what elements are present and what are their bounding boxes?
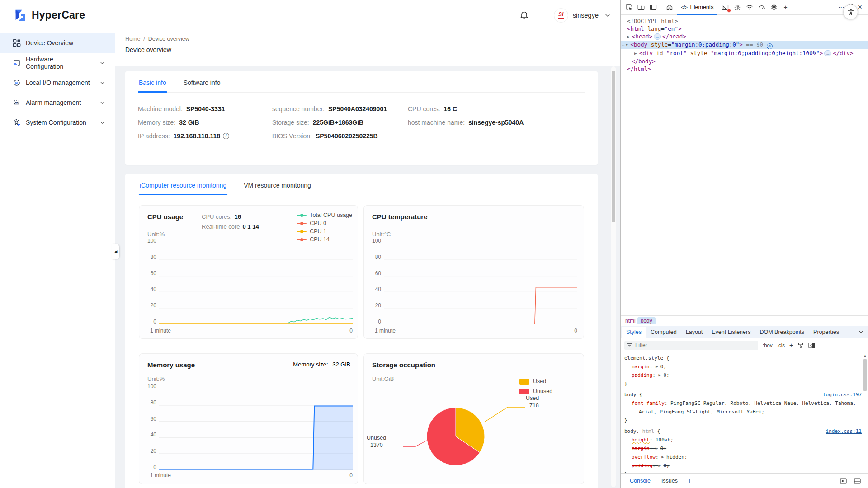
css-rules-panel[interactable]: element.style {margin: ▶ 0;padding: ▶ 0;… [621,352,868,473]
tab-computed[interactable]: Computed [646,327,681,338]
add-tab-button[interactable]: + [780,4,791,11]
sidebar-collapse-handle[interactable]: ◀ [112,244,119,259]
css-rule-line[interactable]: } [621,470,868,473]
notification-bell-icon[interactable] [519,9,530,21]
inspect-element-icon[interactable] [623,1,635,13]
dom-node-line[interactable]: </body> [621,57,868,65]
stylesheet-link[interactable]: index.css:11 [826,427,862,436]
home-tab-icon[interactable] [663,1,675,13]
css-rule-line[interactable]: overflow: ▶ hidden; [621,453,868,461]
sidebar-item-local-io-management[interactable]: IO Local I/O management [0,73,115,93]
computed-sidebar-toggle-icon[interactable] [808,343,815,348]
alarm-icon [13,99,21,107]
drawer-dock-icon[interactable] [837,475,849,487]
dom-tree[interactable]: <!DOCTYPE html><html lang="en">▶ <head>…… [621,15,868,315]
legend-item-cpu14[interactable]: CPU 14 [297,236,352,243]
content-scrollbar[interactable] [611,66,616,487]
legend-item-total-cpu[interactable]: Total CPU usage [297,212,352,218]
css-rule-line[interactable]: Arial, PingFang SC-Light, Microsoft YaHe… [621,408,868,416]
sidebar-item-hardware-configuration[interactable]: Hardware Configuration [0,53,115,73]
debugger-bug-icon[interactable] [731,1,744,13]
memory-chip-icon[interactable] [768,1,780,13]
css-rule-line[interactable]: height: 100vh; [621,436,868,444]
drawer-expand-icon[interactable] [851,475,863,487]
sidebar-item-label: Alarm management [26,99,81,106]
scrollbar-thumb[interactable] [612,71,615,222]
css-rule-line[interactable]: padding: ▶ 0; [621,371,868,380]
io-refresh-icon: IO [13,79,21,87]
chevron-down-icon [100,61,105,65]
dom-node-line[interactable]: </html> [621,65,868,73]
console-tab-icon[interactable] [719,1,731,13]
css-rule-line[interactable]: } [621,416,868,425]
legend-item-unused[interactable]: Unused [519,388,552,394]
dom-node-line[interactable]: ▶ <div id="root" style="margin:0;padding… [621,49,868,57]
scrollbar-thumb[interactable] [863,359,867,391]
dom-node-line[interactable]: <!DOCTYPE html> [621,17,868,25]
breadcrumb-node-body[interactable]: body [637,317,656,324]
main-content: Home / Device overview Device overview B… [115,30,620,488]
tab-event-listeners[interactable]: Event Listeners [707,327,755,338]
performance-gauge-icon[interactable] [756,1,768,13]
dom-node-line[interactable]: ▶ <head>…</head> [621,33,868,41]
tab-vm-resource-monitoring[interactable]: VM resource monitoring [243,182,312,195]
tabs-overflow-chevron-icon[interactable] [859,330,863,333]
user-avatar[interactable]: Sl [554,8,568,23]
stylesheet-link[interactable]: login.css:197 [823,390,862,399]
styles-scrollbar[interactable]: ▲ [863,354,868,473]
toggle-hover-state-button[interactable]: :hov [763,343,773,348]
console-error-badge [727,9,731,13]
basic-info-tabs: Basic info Software info [138,71,585,93]
basic-info-card: Basic info Software info Machine model:S… [125,71,598,165]
tab-dom-breakpoints[interactable]: DOM Breakpoints [755,327,809,338]
css-rule-line[interactable]: index.css:11body, html { [621,426,868,436]
devtools-toolbar: </> Elements [621,0,868,15]
breadcrumb-separator: / [143,36,145,42]
device-emulation-icon[interactable] [635,1,647,13]
tab-properties[interactable]: Properties [809,327,844,338]
accessibility-button[interactable] [843,5,858,19]
dom-node-line[interactable]: <html lang="en"> [621,25,868,33]
legend-item-cpu1[interactable]: CPU 1 [297,228,352,235]
drawer-tab-console[interactable]: Console [625,475,655,487]
css-rule-line[interactable]: padding: ▶ 0; [621,461,868,470]
drawer-add-tab-button[interactable]: + [684,477,695,484]
css-rule-line[interactable]: margin: ▶ 0; [621,362,868,371]
sidebar-item-alarm-management[interactable]: Alarm management [0,93,115,113]
dom-node-line[interactable]: ⋯▼ <body style="margin:0;padding:0"> == … [621,41,868,49]
y-tick-label: 80 [151,400,156,405]
paintbrush-icon[interactable] [797,342,804,348]
user-menu-chevron-icon[interactable] [605,14,610,17]
css-rule-line[interactable]: login.css:197body { [621,389,868,399]
tab-elements[interactable]: </> Elements [675,0,719,15]
chart-unit: Unit:% [147,231,165,238]
css-rule-line[interactable]: font-family: PingFangSC-Regular, Roboto,… [621,399,868,408]
css-rule-line[interactable]: } [621,380,868,388]
toggle-class-button[interactable]: .cls [777,343,785,348]
scrollbar-up-arrow[interactable]: ▲ [863,354,868,358]
tab-basic-info[interactable]: Basic info [138,79,167,92]
tab-styles[interactable]: Styles [622,327,646,338]
breadcrumb-home[interactable]: Home [125,36,140,42]
legend-item-cpu0[interactable]: CPU 0 [297,220,352,226]
new-style-rule-button[interactable]: + [789,342,793,349]
css-rule-line[interactable]: element.style { [621,354,868,362]
tab-icomputer-resource-monitoring[interactable]: iComputer resource monitoring [139,182,227,195]
legend-item-used[interactable]: Used [519,378,552,385]
sidebar-item-device-overview[interactable]: Device Overview [0,33,115,53]
drawer-tab-issues[interactable]: Issues [657,475,682,487]
tab-layout[interactable]: Layout [681,327,708,338]
sidebar-item-system-configuration[interactable]: System Configuration [0,113,115,132]
field-memory-size: Memory size:32 GiB [138,118,272,127]
memory-usage-plot [159,389,353,470]
user-name[interactable]: sinsegye [573,12,599,19]
dock-side-icon[interactable] [647,1,659,13]
network-wifi-icon[interactable] [744,1,756,13]
tab-software-info[interactable]: Software info [183,79,222,92]
breadcrumb-node-html[interactable]: html [625,318,636,324]
hardware-icon [13,59,21,67]
styles-filter-input[interactable] [624,341,758,350]
css-rule-line[interactable]: margin: ▶ 0; [621,444,868,453]
info-icon[interactable]: i [223,133,229,139]
y-tick-label: 100 [372,238,381,244]
